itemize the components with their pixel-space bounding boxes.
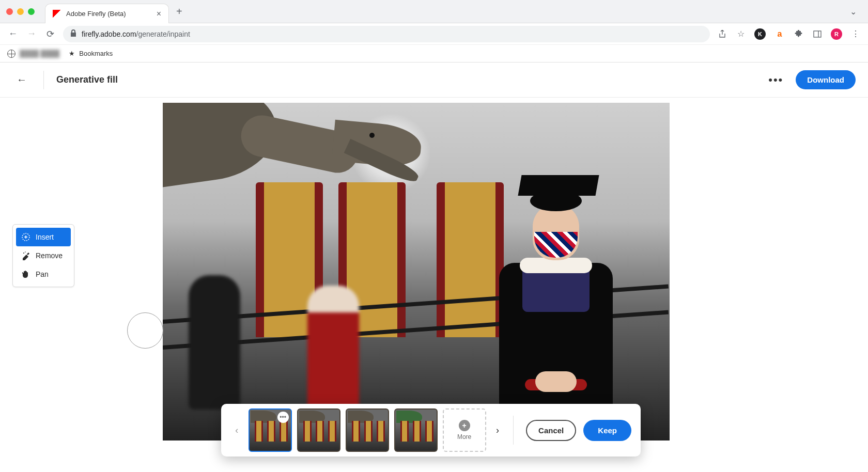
tab-title: Adobe Firefly (Beta)	[66, 10, 151, 18]
result-thumb-3[interactable]	[346, 408, 389, 452]
url-actions: ☆ K a R ⋮	[717, 28, 861, 40]
browser-top-chrome: Adobe Firefly (Beta) × + ⌄	[0, 0, 868, 23]
results-bar: ‹ ••• +	[221, 404, 641, 457]
result-thumb-1[interactable]: •••	[249, 408, 292, 452]
firefly-favicon	[53, 10, 61, 18]
plus-icon: +	[459, 420, 470, 431]
tool-insert-label: Insert	[36, 233, 54, 241]
lock-icon	[70, 29, 76, 38]
bookmark-item-1[interactable]: ████ ████	[7, 50, 59, 58]
loading-icon: •••	[277, 412, 289, 423]
nav-reload-button[interactable]: ⟳	[44, 28, 56, 40]
bookmark-item-bookmarks[interactable]: ★ Bookmarks	[69, 50, 113, 57]
image-person-blur	[307, 286, 359, 420]
star-icon: ★	[69, 50, 75, 57]
cancel-button[interactable]: Cancel	[526, 420, 576, 441]
tabs-overflow-icon[interactable]: ⌄	[850, 7, 857, 17]
side-panel-icon[interactable]	[812, 29, 823, 39]
results-prev-button[interactable]: ‹	[230, 423, 243, 437]
globe-icon	[7, 50, 16, 58]
bookmarks-bar: ████ ████ ★ Bookmarks	[0, 45, 868, 62]
tab-close-icon[interactable]: ×	[157, 9, 161, 19]
header-divider	[43, 71, 44, 89]
bookmarks-folder-label: Bookmarks	[79, 50, 113, 57]
page-title: Generative fill	[56, 74, 118, 85]
result-thumb-2[interactable]	[297, 408, 340, 452]
pan-icon	[21, 270, 30, 279]
results-thumbnails: ••• + More	[249, 408, 486, 452]
window-maximize[interactable]	[28, 8, 35, 15]
bookmark-star-icon[interactable]: ☆	[736, 29, 746, 39]
insert-icon	[21, 232, 30, 242]
results-divider	[513, 416, 514, 445]
nav-forward-button[interactable]: →	[26, 28, 37, 39]
bookmark-label-blurred: ████ ████	[20, 50, 59, 57]
nav-back-button[interactable]: ←	[7, 28, 19, 39]
results-actions: Cancel Keep	[526, 420, 631, 441]
extension-k-icon[interactable]: K	[754, 28, 766, 40]
extensions-icon[interactable]	[794, 29, 804, 39]
tool-pan[interactable]: Pan	[16, 265, 71, 284]
results-next-button[interactable]: ›	[491, 423, 504, 437]
tool-remove-label: Remove	[36, 251, 63, 260]
svg-rect-0	[814, 31, 821, 37]
url-bar: ← → ⟳ firefly.adobe.com/generate/inpaint…	[0, 23, 868, 45]
tool-pan-label: Pan	[36, 270, 49, 278]
share-icon[interactable]	[717, 29, 727, 39]
main-canvas-image[interactable]	[163, 103, 670, 440]
window-controls	[6, 8, 35, 15]
result-thumb-4[interactable]	[394, 408, 438, 452]
address-field[interactable]: firefly.adobe.com/generate/inpaint	[63, 26, 710, 42]
download-button[interactable]: Download	[796, 70, 856, 89]
url-text: firefly.adobe.com/generate/inpaint	[82, 30, 190, 38]
tool-remove[interactable]: Remove	[16, 246, 71, 265]
more-label: More	[457, 433, 471, 440]
image-graduate	[473, 175, 628, 433]
canvas-area: Insert Remove Pan ‹ •••	[0, 98, 868, 472]
results-more-button[interactable]: + More	[443, 408, 486, 452]
extension-a-icon[interactable]: a	[774, 28, 785, 40]
window-minimize[interactable]	[17, 8, 24, 15]
remove-icon	[21, 251, 30, 260]
new-tab-button[interactable]: +	[176, 6, 182, 18]
svg-point-3	[23, 253, 24, 254]
chrome-menu-icon[interactable]: ⋮	[850, 29, 861, 39]
brush-cursor	[127, 312, 163, 349]
profile-avatar[interactable]: R	[831, 28, 842, 40]
browser-tab[interactable]: Adobe Firefly (Beta) ×	[45, 4, 169, 23]
tool-palette: Insert Remove Pan	[12, 224, 74, 287]
keep-button[interactable]: Keep	[583, 420, 631, 441]
app-back-button[interactable]: ←	[12, 71, 31, 89]
more-options-icon[interactable]: •••	[768, 73, 783, 87]
image-dinosaur	[163, 103, 400, 232]
svg-point-4	[25, 251, 26, 253]
image-person-blur	[189, 275, 240, 410]
app-header: ← Generative fill ••• Download	[0, 62, 868, 98]
tool-insert[interactable]: Insert	[16, 228, 71, 246]
window-close[interactable]	[6, 8, 13, 15]
